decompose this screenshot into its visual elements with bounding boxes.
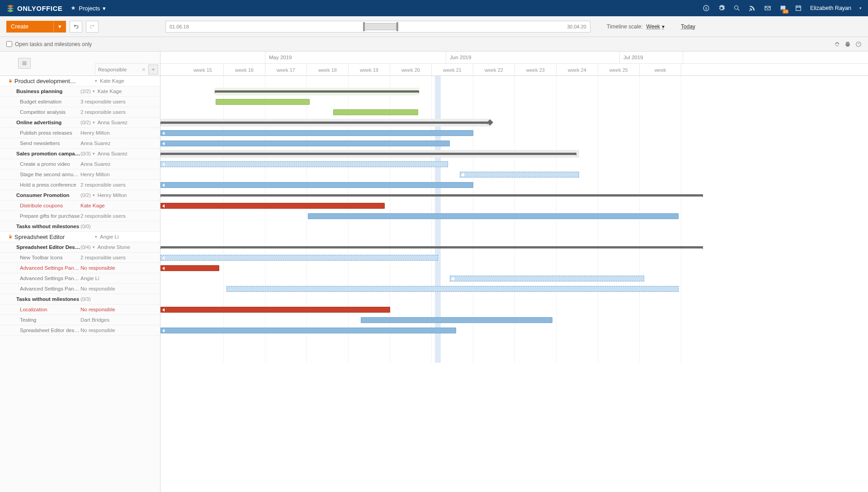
task-bar[interactable] bbox=[216, 99, 310, 105]
task-bar[interactable] bbox=[160, 328, 456, 333]
task-bar[interactable] bbox=[450, 276, 644, 281]
task-bar[interactable] bbox=[308, 213, 679, 219]
task-row[interactable]: Budget estimation3 responsible users bbox=[0, 97, 160, 107]
currency-icon[interactable]: $ bbox=[703, 5, 710, 12]
open-only-checkbox[interactable]: Open tasks and milestones only bbox=[6, 41, 92, 47]
task-row[interactable]: Prepare gifts for purchase2 responsible … bbox=[0, 211, 160, 221]
open-only-input[interactable] bbox=[6, 41, 12, 47]
chevron-down-icon[interactable]: ▾ bbox=[93, 151, 95, 156]
summary-bar[interactable] bbox=[215, 90, 419, 93]
user-menu[interactable]: Elizabeth Rayan bbox=[810, 5, 851, 11]
refresh-icon[interactable] bbox=[834, 41, 840, 47]
gantt-row[interactable] bbox=[160, 305, 868, 315]
task-row[interactable]: TestingDart Bridges bbox=[0, 315, 160, 325]
gantt-row[interactable] bbox=[160, 263, 868, 273]
gantt-row[interactable] bbox=[160, 325, 868, 336]
task-bar[interactable] bbox=[460, 172, 579, 178]
gantt-row[interactable] bbox=[160, 107, 868, 117]
task-bar[interactable] bbox=[361, 317, 552, 323]
search-icon[interactable] bbox=[733, 5, 741, 12]
gantt-row[interactable] bbox=[160, 149, 868, 159]
task-row[interactable]: Hold a press conference2 responsible use… bbox=[0, 180, 160, 190]
task-row[interactable]: Advanced Settings Panel (au…No responsib… bbox=[0, 263, 160, 273]
summary-bar[interactable] bbox=[160, 153, 576, 155]
task-bar[interactable] bbox=[160, 141, 450, 146]
range-thumb[interactable] bbox=[363, 23, 396, 30]
task-row[interactable]: Distribute couponsKate Kage bbox=[0, 201, 160, 211]
chevron-down-icon[interactable]: ▾ bbox=[93, 120, 95, 125]
module-switcher[interactable]: Projects ▾ bbox=[71, 5, 106, 12]
close-icon[interactable]: × bbox=[139, 66, 148, 73]
task-bar[interactable] bbox=[160, 182, 473, 188]
gear-icon[interactable] bbox=[718, 5, 725, 12]
milestone-row[interactable]: Online advertising(0/2)▾Anna Suarez bbox=[0, 117, 160, 128]
milestone-row[interactable]: Consumer Promotion(0/2)▾Henry Milton bbox=[0, 190, 160, 201]
app-logo[interactable]: ONLYOFFICE bbox=[6, 4, 62, 12]
gantt-row[interactable] bbox=[160, 138, 868, 149]
hamburger-button[interactable] bbox=[18, 58, 31, 69]
task-row[interactable]: Advanced Settings Panel (ch…Angie Li bbox=[0, 273, 160, 284]
today-link[interactable]: Today bbox=[681, 23, 695, 30]
redo-button[interactable] bbox=[86, 21, 99, 33]
chat-icon-wrap[interactable]: 19 bbox=[779, 5, 787, 12]
milestone-row[interactable]: Spreadsheet Editor Design(0/4)▾Andrew St… bbox=[0, 242, 160, 253]
task-bar[interactable] bbox=[333, 109, 418, 115]
gantt-row[interactable] bbox=[160, 294, 868, 305]
gantt-row[interactable] bbox=[160, 97, 868, 107]
undo-button[interactable] bbox=[70, 21, 82, 33]
task-bar[interactable] bbox=[160, 307, 390, 313]
project-row[interactable]: Product development…▾Kate Kage bbox=[0, 76, 160, 86]
task-row[interactable]: Stage the second annual ex…Henry Milton bbox=[0, 169, 160, 180]
help-icon[interactable]: ? bbox=[855, 41, 862, 47]
task-row[interactable]: Spreadsheet Editor descripti…No responsi… bbox=[0, 325, 160, 336]
calendar-icon[interactable] bbox=[795, 5, 802, 12]
chevron-down-icon[interactable]: ▾ bbox=[95, 79, 97, 83]
gantt-row[interactable] bbox=[160, 190, 868, 201]
gantt-row[interactable] bbox=[160, 86, 868, 97]
task-bar[interactable] bbox=[160, 203, 385, 209]
milestone-row[interactable]: Business planning(2/2)▾Kate Kage bbox=[0, 86, 160, 97]
task-row[interactable]: Advanced Settings Panel (im…No responsib… bbox=[0, 284, 160, 294]
range-handle-right[interactable] bbox=[396, 22, 398, 31]
project-row[interactable]: Spreadsheet Editor▾Angie Li bbox=[0, 232, 160, 242]
task-bar[interactable] bbox=[160, 161, 448, 167]
gantt-row[interactable] bbox=[160, 117, 868, 128]
scale-select[interactable]: Week ▾ bbox=[646, 23, 665, 30]
gantt-row[interactable] bbox=[160, 242, 868, 253]
gantt-row[interactable] bbox=[160, 201, 868, 211]
gantt-row[interactable] bbox=[160, 180, 868, 190]
gantt-row[interactable] bbox=[160, 284, 868, 294]
task-row[interactable]: Create a promo videoAnna Suarez bbox=[0, 159, 160, 169]
add-column-button[interactable]: + bbox=[148, 65, 158, 75]
gantt-row[interactable] bbox=[160, 76, 868, 86]
summary-bar[interactable] bbox=[160, 122, 488, 124]
task-row[interactable]: Competitor analysis2 responsible users bbox=[0, 107, 160, 117]
task-bar[interactable] bbox=[160, 130, 473, 136]
print-icon[interactable] bbox=[844, 41, 851, 47]
task-row[interactable]: Send newslettersAnna Suarez bbox=[0, 138, 160, 149]
gantt-row[interactable] bbox=[160, 273, 868, 284]
gantt-row[interactable] bbox=[160, 128, 868, 138]
summary-bar[interactable] bbox=[160, 194, 703, 197]
mail-icon[interactable] bbox=[764, 5, 771, 12]
gantt-row[interactable] bbox=[160, 169, 868, 180]
gantt-row[interactable] bbox=[160, 211, 868, 221]
task-row[interactable]: LocalizationNo responsible bbox=[0, 305, 160, 315]
range-handle-left[interactable] bbox=[363, 22, 365, 31]
chevron-down-icon[interactable]: ▾ bbox=[93, 89, 95, 94]
gantt-row[interactable] bbox=[160, 253, 868, 263]
gantt-row[interactable] bbox=[160, 232, 868, 242]
gantt-row[interactable] bbox=[160, 221, 868, 232]
gantt-row[interactable] bbox=[160, 315, 868, 325]
feed-icon[interactable] bbox=[749, 5, 756, 12]
chevron-down-icon[interactable]: ▾ bbox=[93, 193, 95, 197]
timeline-range[interactable]: 01.06.18 30.04.20 bbox=[165, 21, 590, 33]
milestone-row[interactable]: Tasks without milestones(0/0) bbox=[0, 221, 160, 232]
task-bar[interactable] bbox=[226, 286, 679, 292]
chevron-down-icon[interactable]: ▾ bbox=[95, 234, 97, 239]
task-bar[interactable] bbox=[160, 265, 219, 271]
gantt-body[interactable] bbox=[160, 76, 868, 363]
gantt-row[interactable] bbox=[160, 159, 868, 169]
create-button[interactable]: Create ▾ bbox=[6, 21, 66, 33]
chevron-down-icon[interactable]: ▾ bbox=[93, 245, 95, 249]
